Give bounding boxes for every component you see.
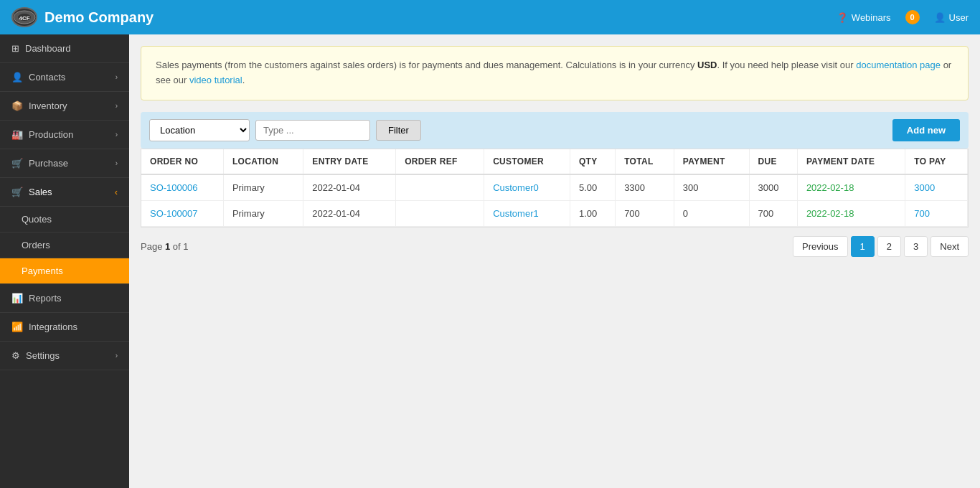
sidebar-item-label: Purchase (29, 158, 68, 169)
page-3-button[interactable]: 3 (904, 236, 928, 257)
cell-customer: Customer0 (484, 174, 570, 201)
info-banner: Sales payments (from the customers again… (141, 46, 969, 100)
cell-order-no: SO-100006 (141, 174, 223, 201)
quotes-label: Quotes (22, 214, 52, 225)
chevron-left-icon: ‹ (115, 187, 118, 197)
col-payment: PAYMENT (674, 149, 749, 174)
sidebar-item-settings[interactable]: ⚙ Settings › (0, 342, 129, 370)
info-text-before: Sales payments (from the customers again… (156, 60, 697, 70)
col-total: TOTAL (616, 149, 674, 174)
webinars-button[interactable]: ❓ Webinars (837, 12, 891, 23)
of-label: of (173, 241, 181, 252)
cell-location: Primary (223, 174, 303, 201)
orders-label: Orders (22, 240, 50, 250)
inventory-icon: 📦 (11, 100, 23, 111)
location-select[interactable]: Location Primary Secondary (149, 119, 250, 141)
order-no-link[interactable]: SO-100006 (150, 182, 198, 193)
info-end-text: . (242, 75, 245, 85)
customer-link[interactable]: Customer0 (493, 182, 539, 193)
contacts-icon: 👤 (11, 72, 23, 83)
user-icon: 👤 (934, 12, 946, 23)
next-button[interactable]: Next (930, 236, 969, 257)
sidebar-sub-payments[interactable]: Payments (0, 258, 129, 284)
sidebar-item-sales[interactable]: 🛒 Sales ‹ (0, 178, 129, 207)
table-row: SO-100006 Primary 2022-01-04 Customer0 5… (141, 174, 968, 201)
total-pages: 1 (183, 241, 188, 252)
payment-date-value: 2022-02-18 (806, 208, 854, 219)
cell-entry-date: 2022-01-04 (303, 200, 396, 226)
documentation-link[interactable]: documentation page (856, 60, 941, 70)
sidebar-item-dashboard[interactable]: ⊞ Dashboard (0, 34, 129, 63)
payments-table: ORDER NO LOCATION ENTRY DATE ORDER REF C… (141, 149, 969, 227)
cell-order-ref (396, 200, 484, 226)
col-order-ref: ORDER REF (396, 149, 484, 174)
type-input[interactable] (255, 120, 370, 141)
chevron-right-icon: › (116, 131, 118, 139)
add-new-button[interactable]: Add new (892, 119, 960, 141)
table-row: SO-100007 Primary 2022-01-04 Customer1 1… (141, 200, 968, 226)
cell-payment: 0 (674, 200, 749, 226)
sidebar-item-label: Contacts (29, 72, 65, 83)
cell-customer: Customer1 (484, 200, 570, 226)
webinars-label: Webinars (852, 12, 891, 23)
company-name: Demo Company (44, 9, 154, 26)
col-payment-date: PAYMENT DATE (797, 149, 905, 174)
col-to-pay: TO PAY (905, 149, 968, 174)
sidebar-item-inventory[interactable]: 📦 Inventory › (0, 92, 129, 121)
filter-bar: Location Primary Secondary Filter Add ne… (141, 112, 969, 149)
customer-link[interactable]: Customer1 (493, 208, 539, 219)
pagination-buttons: Previous 1 2 3 Next (793, 236, 969, 257)
cell-to-pay: 3000 (905, 174, 968, 201)
col-location: LOCATION (223, 149, 303, 174)
sidebar-item-integrations[interactable]: 📶 Integrations (0, 313, 129, 342)
production-icon: 🏭 (11, 129, 23, 140)
to-pay-link[interactable]: 3000 (914, 182, 935, 193)
cell-payment: 300 (674, 174, 749, 201)
pagination-bar: Page 1 of 1 Previous 1 2 3 Next (141, 227, 969, 257)
cell-qty: 1.00 (570, 200, 615, 226)
order-no-link[interactable]: SO-100007 (150, 208, 198, 219)
chevron-right-icon: › (116, 102, 118, 110)
user-label: User (949, 12, 969, 23)
sidebar-item-production[interactable]: 🏭 Production › (0, 121, 129, 149)
reports-icon: 📊 (11, 293, 23, 304)
page-1-button[interactable]: 1 (851, 236, 875, 257)
main-layout: ⊞ Dashboard 👤 Contacts › 📦 Inventory › 🏭… (0, 34, 980, 488)
cell-payment-date: 2022-02-18 (797, 200, 905, 226)
previous-button[interactable]: Previous (793, 236, 848, 257)
page-2-button[interactable]: 2 (877, 236, 901, 257)
info-text-after: . If you need help please visit our (717, 60, 857, 70)
payments-label: Payments (22, 266, 63, 276)
cell-due: 700 (749, 200, 797, 226)
svg-text:4CF: 4CF (19, 15, 29, 22)
cell-payment-date: 2022-02-18 (797, 174, 905, 201)
chevron-right-icon: › (116, 352, 118, 360)
sidebar-item-label: Reports (29, 293, 62, 304)
cell-total: 700 (616, 200, 674, 226)
filter-button[interactable]: Filter (376, 120, 421, 141)
sidebar-sub-quotes[interactable]: Quotes (0, 207, 129, 233)
page-info: Page 1 of 1 (141, 241, 189, 252)
sidebar-item-label: Settings (26, 350, 60, 361)
video-tutorial-link[interactable]: video tutorial (189, 75, 242, 85)
notification-badge: 0 (905, 10, 920, 24)
main-content: Sales payments (from the customers again… (129, 34, 980, 488)
user-button[interactable]: 👤 User (934, 12, 969, 23)
to-pay-link[interactable]: 700 (914, 208, 930, 219)
logo-area: 4CF Demo Company (11, 7, 154, 27)
settings-icon: ⚙ (11, 350, 20, 361)
notifications-button[interactable]: 0 (905, 10, 920, 24)
sidebar-item-purchase[interactable]: 🛒 Purchase › (0, 149, 129, 178)
company-logo: 4CF (11, 7, 37, 27)
col-qty: QTY (570, 149, 615, 174)
sidebar-sub-orders[interactable]: Orders (0, 233, 129, 258)
chevron-right-icon: › (116, 159, 118, 167)
sidebar-item-label: Dashboard (25, 43, 71, 54)
currency-label: USD (697, 60, 717, 70)
sidebar-item-label: Inventory (29, 100, 67, 111)
cell-due: 3000 (749, 174, 797, 201)
sidebar-item-contacts[interactable]: 👤 Contacts › (0, 63, 129, 92)
sales-icon: 🛒 (11, 187, 23, 197)
table-header-row: ORDER NO LOCATION ENTRY DATE ORDER REF C… (141, 149, 968, 174)
sidebar-item-reports[interactable]: 📊 Reports (0, 284, 129, 313)
